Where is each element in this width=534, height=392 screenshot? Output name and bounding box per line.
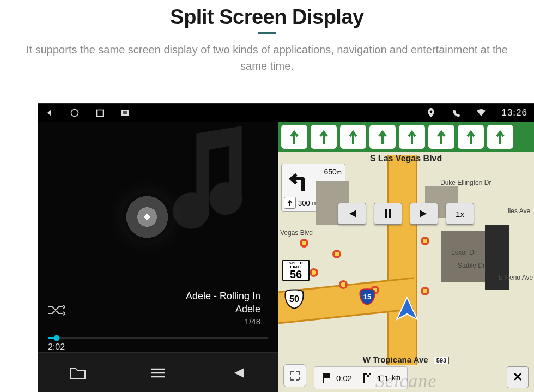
location-icon [426,108,436,118]
nav-prev-button[interactable] [338,203,366,225]
svg-rect-10 [323,373,324,383]
svg-rect-13 [365,373,367,375]
poi-icon [300,239,308,248]
music-note-icon [159,124,252,233]
position-arrow-icon [395,297,420,322]
previous-button[interactable] [226,361,250,385]
speed-limit-value: 56 [283,269,308,280]
lane-arrow-icon [340,125,366,149]
player-bottom-bar [38,352,278,392]
poi-label: Duke Ellington Dr [440,179,491,186]
turn-dist-sub: 300 [298,199,310,207]
poi-icon [339,280,348,289]
svg-rect-1 [96,110,103,116]
svg-rect-7 [389,209,391,218]
nav-lane-bar [278,122,534,152]
album-art [38,122,278,290]
svg-rect-6 [385,209,387,218]
lane-arrow-icon [487,125,513,149]
poi-icon [310,268,318,277]
poi-label: Luxor Dr [451,249,476,256]
nav-pause-button[interactable] [374,203,402,225]
progress-bar[interactable] [48,337,268,339]
svg-text:50: 50 [289,294,299,304]
screenshot-icon[interactable] [120,108,130,118]
phone-icon [451,108,461,118]
poi-icon [421,237,429,245]
wifi-icon [476,108,486,118]
page-title: Split Screen Display [0,5,534,29]
elapsed-time: 2:02 [48,342,65,352]
svg-rect-15 [367,375,369,377]
eta-time: 0:02 [336,373,352,383]
recent-icon[interactable] [95,108,105,118]
title-underline [258,32,276,34]
music-pane: Adele - Rolling In Adele 1/48 2:02 [38,122,278,392]
street-bottom-label: W Tropicana Ave 593 [278,355,534,364]
lane-arrow-icon [369,125,396,149]
turn-dist-main: 650 [324,167,336,176]
shuffle-icon[interactable] [47,304,65,317]
back-icon[interactable] [45,108,54,118]
nav-playback-controls: 1x [338,203,474,225]
poi-label: Vegas Blvd [280,229,313,237]
track-artist: Adele [186,303,260,316]
speed-limit-sign: SPEED LIMIT 56 [282,260,310,281]
track-index: 1/48 [186,316,260,327]
svg-rect-3 [123,111,127,114]
watermark: Seicane [375,371,437,391]
flag-icon [321,372,333,384]
svg-point-0 [71,110,78,117]
poi-label: E Reno Ave [499,274,533,281]
svg-rect-14 [369,373,371,375]
lane-arrow-icon [399,125,425,149]
interstate-shield-icon: 15 [359,288,376,305]
poi-icon [332,250,341,258]
nav-zoom-button[interactable] [283,364,306,387]
playlist-button[interactable] [146,361,170,385]
poi-icon [421,287,429,295]
lane-arrow-icon [281,125,307,149]
turn-sub-icon [284,197,296,209]
svg-text:15: 15 [363,293,371,301]
checkered-flag-icon [362,372,374,384]
turn-left-icon [284,166,313,196]
device-screen: 13:26 Adele - Rolling In Adele 1/48 [38,104,534,392]
track-title: Adele - Rolling In [186,290,260,303]
lane-arrow-icon [458,125,484,149]
nav-speed-button[interactable]: 1x [446,203,474,225]
page-subtitle: It supports the same screen display of t… [16,41,518,74]
lane-arrow-icon [311,125,337,149]
svg-rect-11 [324,373,330,378]
home-icon[interactable] [70,108,80,118]
street-top-label: S Las Vegas Blvd [278,154,534,164]
status-time: 13:26 [501,107,527,118]
lane-arrow-icon [428,125,454,149]
nav-next-button[interactable] [410,203,438,225]
route-shield-icon: 50 [283,288,305,310]
svg-point-4 [430,111,433,113]
turn-dist-main-unit: m [337,169,342,176]
status-bar: 13:26 [38,104,534,122]
poi-label: Stable Dr [458,262,485,269]
svg-rect-12 [363,373,365,383]
nav-close-button[interactable]: ✕ [507,366,529,388]
exit-number: 593 [434,357,449,364]
folder-button[interactable] [66,361,90,385]
speed-limit-label: SPEED LIMIT [283,261,308,269]
poi-label: iles Ave [508,207,530,215]
navigation-pane: S Las Vegas Blvd 650m 300 m [278,122,534,392]
